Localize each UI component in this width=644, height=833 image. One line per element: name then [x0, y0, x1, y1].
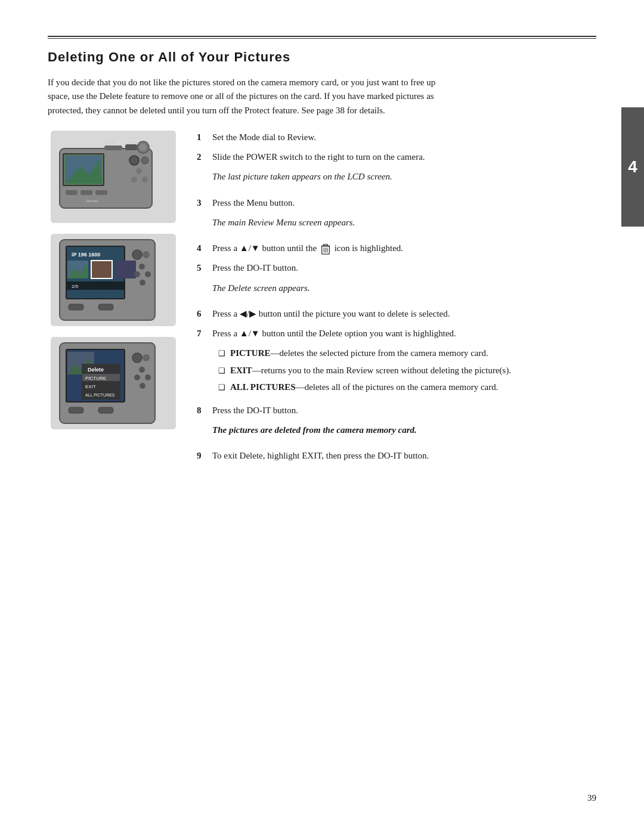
- svg-point-14: [140, 144, 147, 151]
- step-number-2: 2: [197, 150, 208, 164]
- svg-rect-63: [69, 407, 83, 413]
- svg-point-38: [145, 271, 151, 277]
- content-area: Menu Capture Review iP 196 1600: [48, 131, 596, 469]
- camera-image-top: Menu Capture Review: [51, 131, 176, 223]
- svg-text:Capture: Capture: [126, 141, 140, 144]
- svg-point-62: [140, 383, 145, 389]
- svg-rect-11: [104, 145, 122, 150]
- italic-note-2: The main Review Menu screen appears.: [212, 216, 596, 230]
- svg-rect-40: [69, 304, 83, 310]
- italic-note-4: The pictures are deleted from the camera…: [212, 423, 596, 437]
- checkbox-picture-text: PICTURE—deletes the selected picture fro…: [230, 346, 488, 360]
- checkbox-exit-sym: ❑: [218, 365, 225, 377]
- step-1: 1 Set the Mode dial to Review.: [197, 131, 596, 144]
- svg-rect-29: [91, 261, 112, 278]
- step-number-7: 7: [197, 327, 208, 340]
- italic-note-1-text: The last picture taken appears on the LC…: [212, 172, 392, 181]
- checkbox-exit: ❑ EXIT—returns you to the main Review sc…: [218, 364, 596, 377]
- page-number: 39: [587, 793, 596, 803]
- svg-rect-15: [66, 190, 78, 195]
- checkbox-all-sym: ❑: [218, 382, 225, 394]
- svg-rect-64: [98, 407, 113, 413]
- step-text-1: Set the Mode dial to Review.: [212, 131, 596, 144]
- top-rule-lines: [48, 36, 596, 39]
- checkbox-picture-sym: ❑: [218, 348, 225, 360]
- trash-icon: [320, 243, 331, 255]
- step-number-1: 1: [197, 131, 208, 144]
- svg-point-8: [136, 168, 142, 174]
- svg-text:ALL PICTURES: ALL PICTURES: [85, 393, 115, 397]
- svg-text:Delete: Delete: [88, 367, 104, 373]
- svg-point-37: [134, 271, 140, 277]
- step-text-2: Slide the POWER switch to the right to t…: [212, 150, 596, 164]
- arrow-left-right-icon: ◀/▶: [240, 309, 256, 318]
- svg-text:Menu: Menu: [104, 140, 115, 144]
- section-title: Deleting One or All of Your Pictures: [48, 49, 596, 65]
- svg-point-61: [145, 374, 151, 380]
- svg-point-57: [132, 353, 142, 363]
- svg-point-36: [139, 264, 145, 270]
- step-text-8: Press the DO-IT button.: [212, 404, 596, 417]
- italic-note-2-text: The main Review Menu screen appears.: [212, 218, 355, 227]
- intro-paragraph: If you decide that you do not like the p…: [48, 76, 453, 117]
- svg-text:PICTURE: PICTURE: [85, 376, 106, 381]
- svg-point-58: [143, 354, 150, 361]
- step-text-7: Press a ▲/▼ button until the Delete opti…: [212, 327, 596, 340]
- svg-point-39: [140, 280, 145, 286]
- step-4: 4 Press a ▲/▼ button until the icon is h…: [197, 241, 596, 255]
- svg-text:2/5: 2/5: [72, 284, 79, 289]
- arrow-up-down-icon: ▲/▼: [240, 243, 260, 253]
- step-text-4: Press a ▲/▼ button until the icon is hig…: [212, 241, 596, 255]
- svg-point-6: [129, 156, 139, 165]
- svg-point-34: [132, 250, 142, 259]
- step-7: 7 Press a ▲/▼ button until the Delete op…: [197, 327, 596, 340]
- italic-note-3: The Delete screen appears.: [212, 281, 596, 295]
- svg-point-7: [141, 157, 148, 164]
- italic-note-3-text: The Delete screen appears.: [212, 283, 310, 293]
- step-number-9: 9: [197, 449, 208, 463]
- svg-rect-17: [95, 190, 107, 195]
- steps-column: 1 Set the Mode dial to Review. 2 Slide t…: [197, 131, 596, 469]
- svg-point-9: [131, 176, 137, 182]
- step-number-8: 8: [197, 404, 208, 417]
- svg-rect-41: [98, 304, 113, 310]
- side-tab-number: 4: [628, 157, 637, 176]
- svg-point-60: [134, 374, 140, 380]
- checkbox-picture: ❑ PICTURE—deletes the selected picture f…: [218, 346, 596, 360]
- step-2: 2 Slide the POWER switch to the right to…: [197, 150, 596, 164]
- svg-text:EXIT: EXIT: [85, 384, 96, 389]
- italic-note-4-text: The pictures are deleted from the camera…: [212, 425, 417, 435]
- svg-rect-12: [125, 144, 137, 150]
- checkbox-all-text: ALL PICTURES—deletes all of the pictures…: [230, 380, 498, 394]
- step-5: 5 Press the DO-IT button.: [197, 261, 596, 275]
- svg-point-35: [143, 251, 150, 258]
- step-number-5: 5: [197, 261, 208, 275]
- svg-point-10: [142, 176, 148, 182]
- checkbox-all-pictures: ❑ ALL PICTURES—deletes all of the pictur…: [218, 380, 596, 394]
- italic-note-1: The last picture taken appears on the LC…: [212, 170, 596, 184]
- svg-point-59: [139, 367, 145, 373]
- step-number-4: 4: [197, 241, 208, 255]
- arrow-up-down-icon-2: ▲/▼: [240, 329, 260, 338]
- camera-image-delete: Delete PICTURE EXIT ALL PICTURES: [51, 337, 176, 429]
- step-text-9: To exit Delete, highlight EXIT, then pre…: [212, 449, 596, 463]
- images-column: Menu Capture Review iP 196 1600: [48, 131, 179, 469]
- step-text-6: Press a ◀/▶ button until the picture you…: [212, 307, 596, 321]
- step-text-3: Press the Menu button.: [212, 196, 596, 210]
- step-9: 9 To exit Delete, highlight EXIT, then p…: [197, 449, 596, 463]
- checkbox-exit-text: EXIT—returns you to the main Review scre…: [230, 364, 511, 377]
- step-8: 8 Press the DO-IT button.: [197, 404, 596, 417]
- step-number-6: 6: [197, 307, 208, 321]
- side-tab: 4: [621, 107, 644, 227]
- step-3: 3 Press the Menu button.: [197, 196, 596, 210]
- svg-text:Review: Review: [86, 199, 98, 203]
- page-container: Deleting One or All of Your Pictures If …: [0, 0, 644, 833]
- step-number-3: 3: [197, 196, 208, 210]
- svg-rect-16: [80, 190, 92, 195]
- svg-text:iP 196 1600: iP 196 1600: [72, 252, 100, 258]
- camera-image-menu: iP 196 1600 2/5: [51, 234, 176, 326]
- step-6: 6 Press a ◀/▶ button until the picture y…: [197, 307, 596, 321]
- svg-rect-67: [323, 244, 327, 246]
- step-text-5: Press the DO-IT button.: [212, 261, 596, 275]
- svg-rect-30: [115, 261, 136, 278]
